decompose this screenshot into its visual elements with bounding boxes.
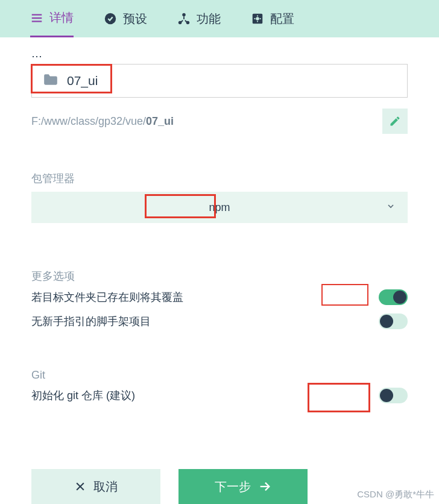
option-label: 若目标文件夹已存在则将其覆盖 (31, 290, 183, 304)
tab-details[interactable]: 详情 (30, 0, 74, 37)
toggle-overwrite[interactable] (379, 289, 408, 305)
check-circle-icon (104, 12, 117, 25)
folder-path: F:/www/class/gp32/vue/07_ui (31, 115, 174, 128)
toggle-knob (393, 291, 406, 304)
more-options-label: 更多选项 (31, 269, 408, 283)
tab-label: 配置 (270, 11, 294, 27)
list-icon (30, 11, 43, 25)
package-manager-label: 包管理器 (31, 171, 408, 186)
content-area: ⋯ 07_ui F:/www/class/gp32/vue/07_ui 包管理器… (0, 37, 439, 403)
tab-config[interactable]: 配置 (251, 0, 294, 37)
select-value: npm (209, 201, 230, 214)
hub-icon (177, 12, 191, 25)
tab-bar: 详情 预设 功能 配置 (0, 0, 439, 37)
button-label: 取消 (93, 479, 118, 495)
svg-point-4 (182, 13, 186, 17)
tab-label: 预设 (123, 11, 147, 27)
next-button[interactable]: 下一步 (178, 469, 308, 504)
option-label: 无新手指引的脚手架项目 (31, 314, 151, 329)
gear-icon (251, 12, 264, 25)
truncated-section-label: ⋯ (31, 49, 408, 61)
watermark: CSDN @勇敢*牛牛 (357, 489, 434, 500)
package-manager-select[interactable]: npm (31, 192, 408, 223)
toggle-knob (380, 389, 393, 402)
git-label: Git (31, 369, 408, 382)
toggle-git[interactable] (379, 388, 408, 403)
tab-features[interactable]: 功能 (177, 0, 221, 37)
option-noguide-row: 无新手指引的脚手架项目 (31, 313, 408, 329)
option-overwrite-row: 若目标文件夹已存在则将其覆盖 (31, 289, 408, 305)
option-git-row: 初始化 git 仓库 (建议) (31, 388, 408, 403)
close-icon (74, 480, 86, 493)
tab-label: 详情 (49, 10, 74, 26)
toggle-knob (380, 315, 393, 328)
edit-path-button[interactable] (382, 109, 408, 134)
chevron-down-icon (386, 201, 396, 213)
folder-name: 07_ui (67, 74, 98, 88)
tab-label: 功能 (197, 11, 221, 27)
cancel-button[interactable]: 取消 (31, 469, 160, 504)
option-label: 初始化 git 仓库 (建议) (31, 388, 135, 403)
tab-preset[interactable]: 预设 (104, 0, 147, 37)
svg-point-8 (256, 17, 259, 20)
arrow-right-icon (258, 480, 271, 493)
folder-icon (43, 73, 58, 89)
folder-selector[interactable]: 07_ui (31, 64, 408, 98)
toggle-noguide[interactable] (379, 313, 408, 329)
button-label: 下一步 (215, 479, 251, 495)
pencil-icon (389, 115, 401, 127)
path-row: F:/www/class/gp32/vue/07_ui (31, 109, 408, 134)
